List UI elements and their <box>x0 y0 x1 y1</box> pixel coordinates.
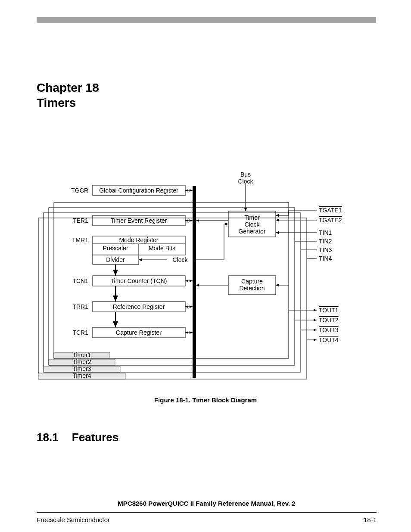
svg-text:Mode Register: Mode Register <box>119 236 158 243</box>
bus-label: Bus <box>240 171 251 178</box>
tout2-pin: TOUT2 <box>319 317 339 324</box>
tin3-pin: TIN3 <box>319 246 332 253</box>
tcg-l2: Clock <box>244 221 260 228</box>
timer4-text: Timer4 <box>72 372 91 379</box>
timer3-text: Timer3 <box>72 365 91 372</box>
footer-center: MPC8260 PowerQUICC II Family Reference M… <box>37 500 377 507</box>
cap-text: Capture Register <box>116 329 162 336</box>
svg-text:Global Configuration Register: Global Configuration Register <box>99 187 178 194</box>
svg-text:Bus: Bus <box>240 171 251 178</box>
tin4-pin: TIN4 <box>319 255 332 262</box>
mode-reg-text: Mode Register <box>119 236 158 243</box>
prescaler-text: Prescaler <box>103 245 128 252</box>
tin1-pin: TIN1 <box>319 229 332 236</box>
svg-text:TOUT1: TOUT1 <box>319 307 339 314</box>
section-number: 18.1 <box>37 431 59 444</box>
svg-text:TCR1: TCR1 <box>72 329 88 336</box>
svg-text:Timer1: Timer1 <box>72 352 91 358</box>
pin-labels: TGATE1 TGATE2 TIN1 TIN2 TIN3 TIN4 TOUT1 … <box>319 207 342 343</box>
svg-text:Divider: Divider <box>106 256 125 263</box>
svg-text:TGATE1: TGATE1 <box>319 207 342 214</box>
bus-bar <box>193 186 196 378</box>
gcr-text: Global Configuration Register <box>99 187 178 194</box>
tcr1-label: TCR1 <box>72 329 88 336</box>
tout1-pin: TOUT1 <box>319 307 339 314</box>
figure-caption: Figure 18-1. Timer Block Diagram <box>0 396 411 404</box>
clock-text: Clock <box>172 256 188 263</box>
timer-block-diagram: Bus Clock TGCR Global Configuration Regi… <box>0 0 411 431</box>
divider-text: Divider <box>106 256 125 263</box>
svg-text:Timer2: Timer2 <box>72 358 91 365</box>
svg-text:TRR1: TRR1 <box>72 303 88 310</box>
cap-l1: Capture <box>241 278 263 285</box>
tcn-text: Timer Counter (TCN) <box>111 277 167 284</box>
section-heading: 18.1 Features <box>37 431 118 444</box>
svg-text:Timer4: Timer4 <box>72 372 91 379</box>
tin2-pin: TIN2 <box>319 238 332 245</box>
ref-text: Reference Register <box>113 303 165 310</box>
svg-text:Prescaler: Prescaler <box>103 245 128 252</box>
trr1-label: TRR1 <box>72 303 88 310</box>
svg-text:TIN4: TIN4 <box>319 255 332 262</box>
svg-text:Detection: Detection <box>239 285 265 292</box>
svg-text:TIN1: TIN1 <box>319 229 332 236</box>
svg-text:TMR1: TMR1 <box>72 236 88 243</box>
timer1-text: Timer1 <box>72 352 91 358</box>
svg-text:TIN3: TIN3 <box>319 246 332 253</box>
svg-text:TOUT4: TOUT4 <box>319 336 339 343</box>
svg-text:Reference Register: Reference Register <box>113 303 165 310</box>
svg-text:Mode Bits: Mode Bits <box>149 245 175 252</box>
tcn1-label: TCN1 <box>72 277 88 284</box>
svg-text:Timer3: Timer3 <box>72 365 91 372</box>
svg-text:TCN1: TCN1 <box>72 277 88 284</box>
svg-text:Generator: Generator <box>238 228 265 235</box>
tcg-l3: Generator <box>238 228 265 235</box>
bus-clock-label: Clock <box>238 178 253 185</box>
tout4-pin: TOUT4 <box>319 336 339 343</box>
svg-text:TIN2: TIN2 <box>319 238 332 245</box>
svg-text:Timer: Timer <box>244 214 260 221</box>
section-title: Features <box>72 431 118 444</box>
svg-text:TOUT2: TOUT2 <box>319 317 339 324</box>
svg-text:Timer Counter (TCN): Timer Counter (TCN) <box>111 277 167 284</box>
svg-text:Capture: Capture <box>241 278 263 285</box>
tcg-l1: Timer <box>244 214 260 221</box>
svg-text:Clock: Clock <box>172 256 188 263</box>
svg-text:Capture Register: Capture Register <box>116 329 162 336</box>
tgcr-label: TGCR <box>71 187 88 194</box>
svg-text:TOUT3: TOUT3 <box>319 327 339 333</box>
tout3-pin: TOUT3 <box>319 327 339 333</box>
svg-text:Clock: Clock <box>244 221 260 228</box>
footer-right: 18-1 <box>364 516 377 523</box>
footer-left: Freescale Semiconductor <box>37 516 110 523</box>
timer2-text: Timer2 <box>72 358 91 365</box>
cap-l2: Detection <box>239 285 265 292</box>
tmr1-label: TMR1 <box>72 236 88 243</box>
footer-rule <box>37 512 377 513</box>
tgate1-pin: TGATE1 <box>319 207 342 214</box>
svg-text:TGCR: TGCR <box>71 187 88 194</box>
modebits-text: Mode Bits <box>149 245 175 252</box>
svg-text:Clock: Clock <box>238 178 253 185</box>
svg-text:TGATE2: TGATE2 <box>319 217 342 224</box>
tgate2-pin: TGATE2 <box>319 217 342 224</box>
